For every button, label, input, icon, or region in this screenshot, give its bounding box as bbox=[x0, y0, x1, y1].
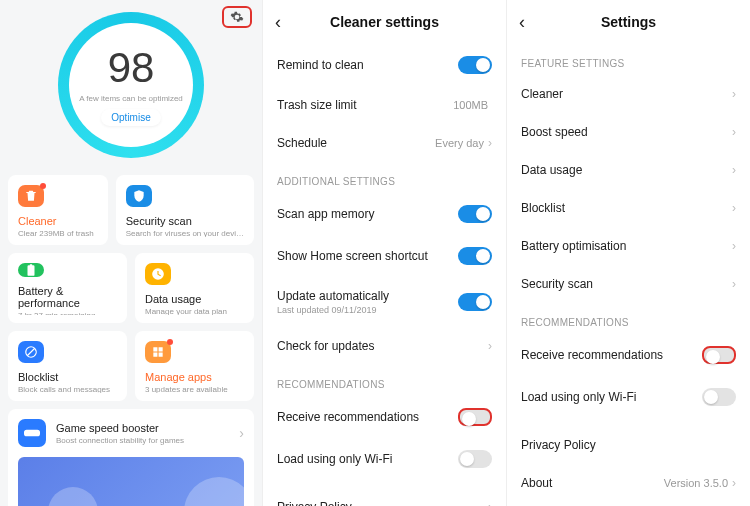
tile-subtitle: 3 updates are available bbox=[145, 385, 244, 393]
settings-row[interactable]: Cleaner› bbox=[507, 75, 750, 113]
settings-row[interactable]: Load using only Wi-Fi bbox=[263, 438, 506, 480]
gear-icon bbox=[230, 10, 244, 24]
settings-row[interactable]: Load using only Wi-Fi bbox=[507, 376, 750, 418]
tile-title: Battery & performance bbox=[18, 285, 117, 309]
row-label: Receive recommendations bbox=[521, 348, 702, 362]
tile-battery[interactable]: Battery & performance7 hr 37 min remaini… bbox=[8, 253, 127, 323]
tile-subtitle: Search for viruses on your devi… bbox=[126, 229, 244, 237]
score-value: 98 bbox=[108, 44, 155, 92]
settings-gear-button[interactable] bbox=[222, 6, 252, 28]
row-label: About bbox=[521, 476, 664, 490]
game-speed-card[interactable]: Game speed booster Boost connection stab… bbox=[8, 409, 254, 506]
settings-row[interactable]: Update automaticallyLast updated 09/11/2… bbox=[263, 277, 506, 327]
trash-icon bbox=[18, 185, 44, 207]
toggle-switch[interactable] bbox=[458, 205, 492, 223]
chevron-right-icon: › bbox=[732, 239, 736, 253]
row-label: Blocklist bbox=[521, 201, 732, 215]
row-value: 100MB bbox=[453, 99, 488, 111]
chevron-right-icon: › bbox=[488, 136, 492, 150]
toggle-switch[interactable] bbox=[458, 408, 492, 426]
row-label: Privacy Policy bbox=[277, 500, 488, 506]
notification-dot-icon bbox=[40, 183, 46, 189]
toggle-switch[interactable] bbox=[458, 293, 492, 311]
optimise-button[interactable]: Optimise bbox=[101, 109, 160, 126]
settings-row[interactable]: Show Home screen shortcut bbox=[263, 235, 506, 277]
tile-title: Data usage bbox=[145, 293, 244, 305]
notification-dot-icon bbox=[167, 339, 173, 345]
chevron-right-icon: › bbox=[488, 339, 492, 353]
page-title: Settings bbox=[601, 14, 656, 30]
tile-subtitle: Manage your data plan bbox=[145, 307, 244, 315]
tile-subtitle: Block calls and messages bbox=[18, 385, 117, 393]
toggle-switch[interactable] bbox=[458, 247, 492, 265]
battery-icon bbox=[18, 263, 44, 277]
section-header-additional: ADDITIONAL SETTINGS bbox=[263, 162, 506, 193]
row-label: Show Home screen shortcut bbox=[277, 249, 458, 263]
row-label: Load using only Wi-Fi bbox=[277, 452, 458, 466]
tile-title: Cleaner bbox=[18, 215, 98, 227]
chevron-right-icon: › bbox=[732, 125, 736, 139]
row-label: Privacy Policy bbox=[521, 438, 736, 452]
about-row[interactable]: About Version 3.5.0 › bbox=[507, 464, 750, 502]
chevron-right-icon: › bbox=[732, 476, 736, 490]
row-label: Battery optimisation bbox=[521, 239, 732, 253]
settings-row[interactable]: Remind to clean bbox=[263, 44, 506, 86]
chevron-right-icon: › bbox=[488, 500, 492, 506]
row-value: Every day bbox=[435, 137, 484, 149]
chevron-right-icon: › bbox=[732, 201, 736, 215]
gamepad-icon bbox=[18, 419, 46, 447]
back-button[interactable]: ‹ bbox=[275, 13, 281, 31]
page-title: Cleaner settings bbox=[330, 14, 439, 30]
privacy-policy-row[interactable]: Privacy Policy › bbox=[263, 488, 506, 506]
settings-row[interactable]: Check for updates› bbox=[263, 327, 506, 365]
row-label: Cleaner bbox=[521, 87, 732, 101]
row-label: Schedule bbox=[277, 136, 435, 150]
row-label: Remind to clean bbox=[277, 58, 458, 72]
toggle-switch[interactable] bbox=[458, 450, 492, 468]
section-header-recommendations: RECOMMENDATIONS bbox=[507, 303, 750, 334]
chevron-right-icon: › bbox=[239, 425, 244, 441]
tile-block[interactable]: BlocklistBlock calls and messages bbox=[8, 331, 127, 401]
settings-row[interactable]: Scan app memory bbox=[263, 193, 506, 235]
data-icon bbox=[145, 263, 171, 285]
row-label: Data usage bbox=[521, 163, 732, 177]
cleaner-settings-panel: ‹ Cleaner settings Remind to cleanTrash … bbox=[262, 0, 506, 506]
settings-row[interactable]: Boost speed› bbox=[507, 113, 750, 151]
tile-shield[interactable]: Security scanSearch for viruses on your … bbox=[116, 175, 254, 245]
back-button[interactable]: ‹ bbox=[519, 13, 525, 31]
chevron-right-icon: › bbox=[732, 163, 736, 177]
tile-data[interactable]: Data usageManage your data plan bbox=[135, 253, 254, 323]
block-icon bbox=[18, 341, 44, 363]
game-speed-illustration bbox=[18, 457, 244, 506]
chevron-right-icon: › bbox=[732, 277, 736, 291]
privacy-policy-row[interactable]: Privacy Policy bbox=[507, 426, 750, 464]
toggle-switch[interactable] bbox=[458, 56, 492, 74]
score-area: 98 A few items can be optimized Optimise bbox=[0, 0, 262, 175]
chevron-right-icon: › bbox=[732, 87, 736, 101]
section-header-feature: FEATURE SETTINGS bbox=[507, 44, 750, 75]
settings-row[interactable]: Trash size limit100MB bbox=[263, 86, 506, 124]
settings-panel: ‹ Settings FEATURE SETTINGS Cleaner›Boos… bbox=[506, 0, 750, 506]
tile-subtitle: Clear 239MB of trash bbox=[18, 229, 98, 237]
settings-row[interactable]: Blocklist› bbox=[507, 189, 750, 227]
shield-icon bbox=[126, 185, 152, 207]
tile-subtitle: 7 hr 37 min remaining bbox=[18, 311, 117, 315]
settings-row[interactable]: Receive recommendations bbox=[507, 334, 750, 376]
settings-row[interactable]: Security scan› bbox=[507, 265, 750, 303]
row-label: Update automatically bbox=[277, 289, 458, 303]
tile-trash[interactable]: CleanerClear 239MB of trash bbox=[8, 175, 108, 245]
score-subtitle: A few items can be optimized bbox=[79, 94, 183, 103]
settings-row[interactable]: Receive recommendations bbox=[263, 396, 506, 438]
score-ring: 98 A few items can be optimized Optimise bbox=[58, 12, 204, 158]
tiles-grid: CleanerClear 239MB of trashSecurity scan… bbox=[0, 175, 262, 401]
settings-row[interactable]: Data usage› bbox=[507, 151, 750, 189]
apps-icon bbox=[145, 341, 171, 363]
toggle-switch[interactable] bbox=[702, 346, 736, 364]
about-version: Version 3.5.0 bbox=[664, 477, 728, 489]
toggle-switch[interactable] bbox=[702, 388, 736, 406]
settings-row[interactable]: ScheduleEvery day› bbox=[263, 124, 506, 162]
tile-apps[interactable]: Manage apps3 updates are available bbox=[135, 331, 254, 401]
settings-row[interactable]: Battery optimisation› bbox=[507, 227, 750, 265]
row-label: Trash size limit bbox=[277, 98, 453, 112]
tile-title: Blocklist bbox=[18, 371, 117, 383]
